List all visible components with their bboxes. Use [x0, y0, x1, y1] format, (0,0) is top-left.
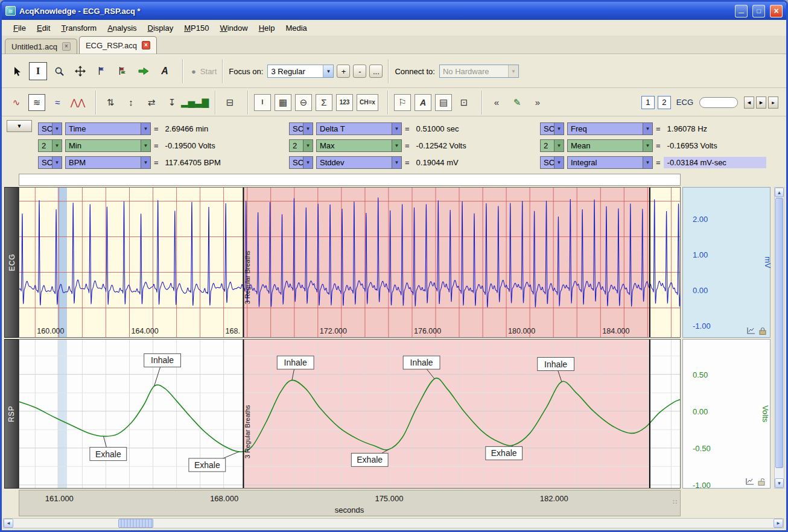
- title-bar[interactable]: ≋ AcqKnowledge - ECG_RSP.acq * — □ ×: [2, 2, 786, 20]
- channel-next-button[interactable]: ►: [756, 97, 766, 109]
- tab-close-icon[interactable]: ×: [142, 41, 150, 49]
- toolbar-overflow-icon[interactable]: »: [529, 94, 546, 111]
- scale-chart-icon[interactable]: [746, 478, 754, 486]
- zoom-out-button[interactable]: -: [353, 65, 366, 78]
- scroll-left-button[interactable]: ◄: [4, 519, 13, 528]
- measurement-type-select[interactable]: Max▼: [316, 139, 402, 152]
- measurement-channel-select[interactable]: SC▼: [540, 122, 564, 135]
- tick-options-icon[interactable]: I: [254, 94, 271, 111]
- ibeam-select-tool[interactable]: I: [29, 62, 47, 80]
- ecg-scale-panel[interactable]: mV 2.001.000.00-1.00: [682, 187, 771, 338]
- measurement-channel-select[interactable]: SC▼: [540, 156, 564, 169]
- measurement-channel-select[interactable]: 2▼: [289, 139, 313, 152]
- annotation-icon[interactable]: A: [415, 94, 431, 111]
- journal-icon[interactable]: ▤: [435, 94, 452, 111]
- channel-prev-button[interactable]: ◄: [744, 97, 754, 109]
- grid-options-icon[interactable]: ▦: [275, 94, 291, 111]
- menu-transform[interactable]: Transform: [56, 22, 102, 34]
- measurement-channel-select[interactable]: 2▼: [540, 139, 564, 152]
- measurement-channel-select[interactable]: SC▼: [38, 156, 62, 169]
- axis-resize-grip[interactable]: ∷: [673, 498, 677, 506]
- expression-icon[interactable]: CH=x: [357, 94, 378, 111]
- rsp-channel-strip[interactable]: RSP: [4, 339, 19, 489]
- tab-close-icon[interactable]: ×: [62, 42, 71, 51]
- close-button[interactable]: ×: [770, 5, 783, 17]
- hardware-meter-icon[interactable]: ⊖: [295, 94, 312, 111]
- scroll-right-button[interactable]: ►: [774, 519, 783, 528]
- measurement-type-select[interactable]: Min▼: [65, 139, 151, 152]
- measurement-toggle-button[interactable]: ▼: [7, 120, 32, 132]
- horizontal-scrollbar[interactable]: ◄ ►: [3, 518, 784, 528]
- unlock-icon[interactable]: [758, 478, 766, 486]
- exhale-annotation[interactable]: Exhale: [486, 445, 523, 460]
- move-tool[interactable]: [71, 62, 89, 80]
- rsp-plot[interactable]: InhaleInhaleInhaleInhaleExhaleExhaleExha…: [19, 339, 681, 489]
- chevron-down-icon[interactable]: ▼: [323, 65, 333, 77]
- waveform-compare-icon[interactable]: ⋀⋀: [69, 94, 86, 111]
- histogram-icon[interactable]: ▂▅▃▇: [184, 94, 206, 111]
- autoscale-vertical-icon[interactable]: ⇅: [102, 94, 119, 111]
- channel-jump-button[interactable]: ▸: [768, 97, 778, 109]
- event-flag-icon[interactable]: ⚐: [394, 94, 411, 111]
- vertical-scroll-thumb[interactable]: [775, 198, 783, 468]
- scroll-up-button[interactable]: ▲: [775, 188, 784, 197]
- channel-scroll-box[interactable]: [699, 97, 738, 108]
- more-options-button[interactable]: ...: [369, 65, 383, 78]
- sum-cycles-icon[interactable]: Σ: [316, 94, 332, 111]
- pin-baseline-icon[interactable]: ↧: [164, 94, 180, 111]
- menu-help[interactable]: Help: [253, 22, 281, 34]
- journal-pen-icon[interactable]: ✎: [509, 94, 526, 111]
- measurement-channel-select[interactable]: SC▼: [289, 122, 313, 135]
- minimize-button[interactable]: —: [735, 5, 748, 17]
- printer-icon[interactable]: ⊟: [221, 94, 238, 111]
- rsp-scale-panel[interactable]: Volts 0.500.00-0.50-1.00: [682, 339, 771, 489]
- start-button[interactable]: Start: [200, 67, 217, 76]
- text-annotation-tool[interactable]: A: [156, 62, 174, 80]
- overlap-mode-icon[interactable]: ≈: [49, 94, 66, 111]
- channel-2-button[interactable]: 2: [658, 96, 671, 109]
- tab-untitled1[interactable]: Untitled1.acq ×: [5, 39, 77, 54]
- menu-file[interactable]: File: [8, 22, 31, 34]
- autoscale-horizontal-icon[interactable]: ⇄: [143, 94, 160, 111]
- zoom-tool[interactable]: [50, 62, 68, 80]
- measurement-channel-select[interactable]: SC▼: [289, 156, 313, 169]
- menu-window[interactable]: Window: [214, 22, 253, 34]
- scroll-down-button[interactable]: ▼: [775, 478, 784, 488]
- zoom-in-button[interactable]: +: [337, 65, 350, 78]
- vertical-scrollbar[interactable]: ▲ ▼: [774, 187, 784, 489]
- menu-mp150[interactable]: MP150: [179, 22, 214, 34]
- maximize-button[interactable]: □: [752, 5, 765, 17]
- focus-on-select[interactable]: 3 Regular ▼: [267, 65, 334, 78]
- menu-edit[interactable]: Edit: [31, 22, 56, 34]
- event-palette-tool[interactable]: [113, 62, 132, 80]
- event-marker-tool[interactable]: [92, 62, 110, 80]
- next-event-tool[interactable]: [135, 62, 153, 80]
- menu-media[interactable]: Media: [280, 22, 312, 34]
- chart-mode-icon[interactable]: ≋: [28, 94, 45, 111]
- measurement-type-select[interactable]: Integral▼: [567, 156, 653, 169]
- measurement-type-select[interactable]: Delta T▼: [316, 122, 402, 135]
- menu-analysis[interactable]: Analysis: [102, 22, 142, 34]
- autoscale-single-icon[interactable]: ↕: [122, 94, 139, 111]
- ecg-channel-strip[interactable]: ECG: [4, 187, 19, 338]
- measurement-channel-select[interactable]: 2▼: [38, 139, 62, 152]
- menu-display[interactable]: Display: [142, 22, 179, 34]
- copy-icon[interactable]: ⊡: [456, 94, 472, 111]
- measurement-type-select[interactable]: Freq▼: [567, 122, 653, 135]
- ecg-plot[interactable]: 160.000164.000168.172.000176.000180.0001…: [19, 187, 681, 338]
- scale-chart-icon[interactable]: [747, 327, 755, 335]
- media-rewind-icon[interactable]: «: [488, 94, 505, 111]
- numeric-display-icon[interactable]: 123: [336, 94, 353, 111]
- measurement-channel-select[interactable]: SC▼: [38, 122, 62, 135]
- measurement-type-select[interactable]: Time▼: [65, 122, 151, 135]
- lock-icon[interactable]: [759, 327, 766, 335]
- tab-ecg-rsp[interactable]: ECG_RSP.acq ×: [79, 36, 157, 54]
- channel-1-button[interactable]: 1: [641, 96, 655, 109]
- horizontal-scroll-thumb[interactable]: [118, 519, 153, 528]
- measurement-type-select[interactable]: Mean▼: [567, 139, 653, 152]
- measurement-type-select[interactable]: Stddev▼: [316, 156, 402, 169]
- select-tool[interactable]: [8, 62, 26, 80]
- event-marker-bar[interactable]: [19, 174, 681, 186]
- measurement-type-select[interactable]: BPM▼: [65, 156, 151, 169]
- scope-mode-icon[interactable]: ∿: [8, 94, 25, 111]
